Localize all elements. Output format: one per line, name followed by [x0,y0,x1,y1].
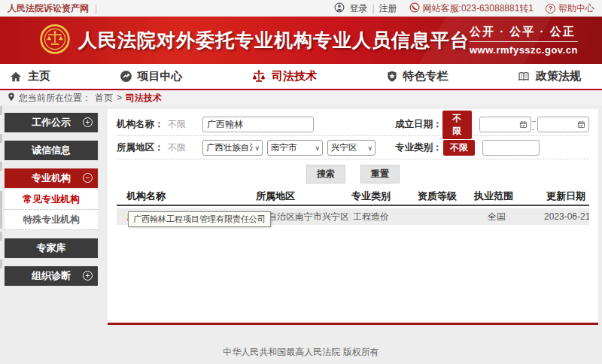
breadcrumb-current[interactable]: 司法技术 [126,92,162,105]
sidebar-item-integrity-info[interactable]: 诚信信息 [5,141,98,160]
site-banner: 人民法院对外委托专业机构专业人员信息平台 公开 · 公平 · 公正 www.rm… [0,17,602,64]
divider [117,159,589,159]
date-range-separator: --- [532,117,537,133]
chevron-down-icon: ∨ [254,144,260,152]
page-title: 人民法院对外委托专业机构专业人员信息平台 [78,28,470,53]
calendar-icon [577,118,585,132]
main-area: 工作公示 + 诚信信息 专业机构 − 常见专业机构 特殊专业机构 专家库 组织诊… [0,105,602,325]
nav-item-home[interactable]: 主页 [9,69,50,83]
established-date-label: 成立日期： [395,118,442,131]
sidebar: 工作公示 + 诚信信息 专业机构 − 常见专业机构 特殊专业机构 专家库 组织诊… [5,109,98,325]
breadcrumb-separator: > [117,93,122,103]
home-icon [9,71,23,83]
court-emblem-logo [39,23,71,58]
cell-scope: 全国 [473,211,544,223]
service-hotline: 网站客服:023-63088881转1 [423,2,534,15]
breadcrumb-home[interactable]: 首页 [95,92,113,105]
org-name-label: 机构名称： [117,118,168,131]
copyright-text: 中华人民共和国最高人民法院 版权所有 [223,346,379,364]
results-table-header: 机构名称 所属地区 专业类别 资质等级 执业范围 更新日期 [117,187,589,206]
col-header-region: 所属地区 [230,190,348,203]
banner-slogan: 公开 · 公平 · 公正 [470,25,578,42]
register-link[interactable]: 注册 [379,2,397,15]
project-center-icon [120,70,132,83]
sidebar-item-special-orgs[interactable]: 特殊专业机构 [5,210,98,230]
banner-url: www.rmfysszc.gov.cn [470,44,578,56]
filter-row-region: 所属地区： 不限 广西壮族自治区 ∨ 南宁市 ∨ 兴宁区 ∨ 专业类别： 不限 [117,138,589,157]
col-header-org-name: 机构名称 [117,190,230,203]
breadcrumb: 您当前所在位置： 首页 > 司法技术 [0,90,602,105]
help-center-link[interactable]: 帮助中心 [558,2,594,15]
cell-updated: 2023-06-21 [544,211,589,222]
form-actions: 搜索 重置 [117,165,589,184]
nav-item-featured-column[interactable]: 特色专栏 [386,69,448,83]
nav-item-project-center[interactable]: 项目中心 [120,69,183,83]
user-icon [334,2,345,15]
footer: 中华人民共和国最高人民法院 版权所有 [0,325,602,364]
calendar-icon [519,118,528,132]
content-panel: 机构名称： 不限 成立日期： 不限 --- [108,109,598,325]
chevron-down-icon: ∨ [367,144,372,152]
org-name-input[interactable] [202,117,314,132]
established-to-input[interactable] [537,117,589,132]
help-icon: ? [546,4,555,14]
expand-icon[interactable]: + [83,271,93,281]
breadcrumb-prefix: 您当前所在位置： [19,92,91,105]
province-select[interactable]: 广西壮族自治区 ∨ [202,140,263,156]
scales-icon [251,69,266,83]
established-any-button[interactable]: 不限 [442,111,472,139]
phone-icon [409,2,420,15]
expand-icon[interactable]: + [83,117,93,127]
search-button[interactable]: 搜索 [306,165,345,184]
reset-button[interactable]: 重置 [360,165,400,184]
category-input[interactable] [482,140,540,156]
col-header-updated: 更新日期 [544,190,589,203]
category-label: 专业类别： [395,141,443,154]
sidebar-item-work-publicity[interactable]: 工作公示 + [5,113,98,132]
sidebar-item-expert-library[interactable]: 专家库 [5,238,98,258]
main-nav: 主页 项目中心 司法技术 特色专栏 政策法规 [0,64,602,90]
region-any-option[interactable]: 不限 [168,141,202,154]
nav-item-policy[interactable]: 政策法规 [517,69,581,83]
col-header-grade: 资质等级 [416,190,473,203]
col-header-category: 专业类别 [348,190,416,203]
region-label: 所属地区： [117,141,168,154]
org-name-any-option[interactable]: 不限 [168,118,202,131]
location-pin-icon [8,93,15,104]
top-utility-bar: 人民法院诉讼资产网 | 登录 | 注册 网站客服:023-63088881转1 … [0,0,602,17]
established-from-input[interactable] [479,117,531,132]
collapse-icon[interactable]: − [83,173,93,183]
login-register-divider: | [372,3,374,14]
sidebar-item-org-diagnosis[interactable]: 组织诊断 + [5,266,98,286]
sidebar-submenu: 常见专业机构 特殊专业机构 [5,190,98,230]
sidebar-item-common-orgs[interactable]: 常见专业机构 [5,190,98,210]
policy-book-icon [517,71,531,83]
filter-row-org-name: 机构名称： 不限 成立日期： 不限 --- [117,115,589,134]
sidebar-item-professional-orgs[interactable]: 专业机构 − [5,168,98,188]
district-select[interactable]: 兴宁区 ∨ [327,140,375,156]
city-select[interactable]: 南宁市 ∨ [267,140,323,156]
featured-badge-icon [386,70,398,83]
nav-item-judicial-tech[interactable]: 司法技术 [251,69,317,83]
site-home-link[interactable]: 人民法院诉讼资产网 [8,2,89,15]
org-name-tooltip: 广西翰林工程项目管理有限责任公司 [128,211,271,227]
col-header-scope: 执业范围 [473,190,544,203]
login-link[interactable]: 登录 [349,2,367,15]
chevron-down-icon: ∨ [315,144,320,152]
cell-category: 工程造价 [348,211,416,223]
category-any-button[interactable]: 不限 [443,140,475,156]
topbar-divider: | [95,3,97,14]
